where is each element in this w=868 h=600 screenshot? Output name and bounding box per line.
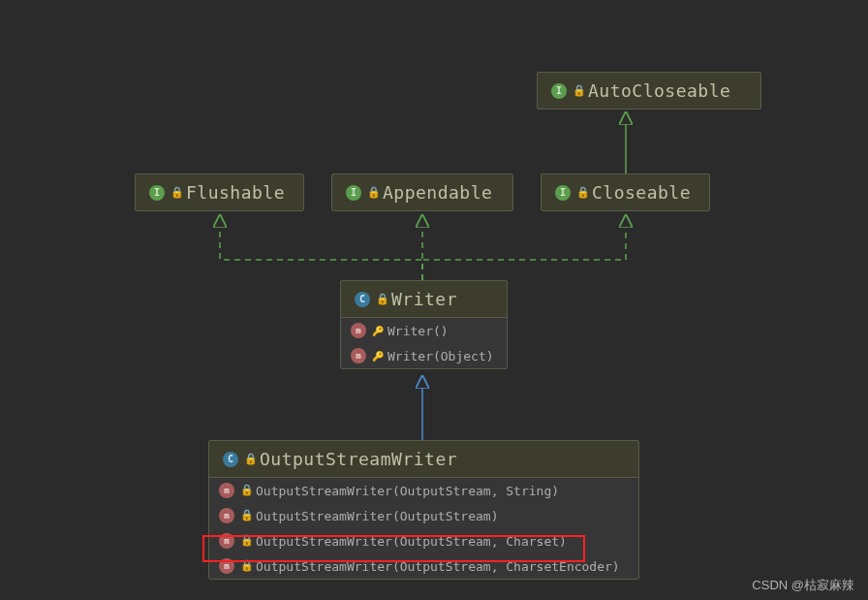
method-row: 🔑 Writer(Object) [341,343,507,368]
class-name: AutoCloseable [588,80,730,101]
class-name: Flushable [186,182,285,203]
interface-flushable[interactable]: 🔒 Flushable [135,174,304,211]
interface-closeable[interactable]: 🔒 Closeable [541,174,710,211]
method-name: OutputStreamWriter(OutputStream) [256,509,498,523]
method-name: OutputStreamWriter(OutputStream, Charset… [256,534,567,549]
interface-appendable[interactable]: 🔒 Appendable [331,174,513,211]
method-name: OutputStreamWriter(OutputStream, String) [256,484,559,498]
class-outputstreamwriter[interactable]: 🔒 OutputStreamWriter 🔒 OutputStreamWrite… [208,440,639,580]
lock-icon: 🔒 [244,455,254,464]
lock-icon: 🔒 [367,188,377,198]
method-row: 🔒 OutputStreamWriter(OutputStream, Strin… [209,478,638,503]
lock-icon: 🔒 [240,511,250,521]
class-icon [223,452,238,467]
method-name: OutputStreamWriter(OutputStream, Charset… [256,559,620,574]
interface-icon [149,185,165,201]
class-name: Writer [391,289,457,309]
lock-icon: 🔒 [240,561,250,571]
method-icon [351,348,366,363]
method-icon [219,533,234,549]
method-icon [219,558,234,574]
class-writer[interactable]: 🔒 Writer 🔑 Writer() 🔑 Writer(Object) [340,280,508,369]
class-icon [355,292,370,307]
method-row: 🔒 OutputStreamWriter(OutputStream, Chars… [209,553,638,579]
interface-icon [551,83,567,99]
class-name: Appendable [383,182,492,203]
interface-icon [346,185,361,201]
interface-autocloseable[interactable]: 🔒 AutoCloseable [537,72,761,110]
key-icon: 🔑 [372,351,382,362]
lock-icon: 🔒 [576,188,586,198]
method-icon [351,323,366,338]
key-icon: 🔑 [372,326,382,336]
lock-icon: 🔒 [573,86,582,96]
method-row: 🔑 Writer() [341,318,507,343]
interface-icon [555,185,571,201]
method-row: 🔒 OutputStreamWriter(OutputStream, Chars… [209,528,638,553]
lock-icon: 🔒 [376,295,386,304]
lock-icon: 🔒 [170,188,180,198]
method-icon [219,483,234,498]
class-name: Closeable [592,182,691,203]
watermark: CSDN @枯寂麻辣 [752,577,854,594]
method-name: Writer(Object) [388,349,494,363]
method-icon [219,508,234,523]
method-row: 🔒 OutputStreamWriter(OutputStream) [209,503,638,528]
class-name: OutputStreamWriter [260,449,457,469]
method-name: Writer() [388,324,449,338]
lock-icon: 🔒 [240,536,250,546]
lock-icon: 🔒 [240,486,250,495]
